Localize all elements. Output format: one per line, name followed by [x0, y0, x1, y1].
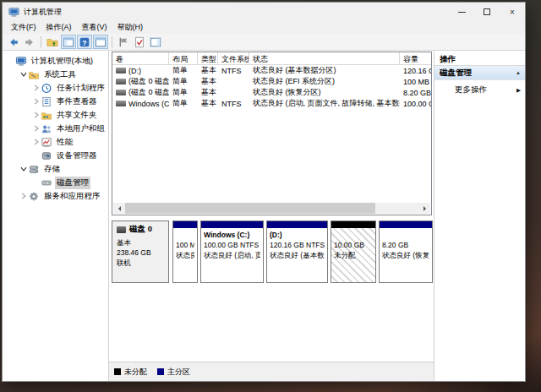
tree-item-shared-folders[interactable]: 共享文件夹	[3, 108, 108, 122]
cell-vol: Windows (C:)	[112, 100, 169, 108]
console-tree-icon[interactable]	[61, 35, 76, 49]
tree-item-performance[interactable]: 性能	[3, 135, 108, 149]
partition-type-bar	[331, 221, 375, 228]
cell-fs: NTFS	[218, 100, 249, 108]
tree-item-device-manager[interactable]: 设备管理器	[3, 149, 108, 162]
cell-capacity: 120.16 GB	[400, 67, 432, 75]
partition-body: 10.00 GB未分配	[331, 228, 375, 262]
tree-expander-expanded-icon[interactable]	[19, 166, 28, 172]
volume-list-header: 卷布局类型文件系统状态容量	[112, 52, 431, 65]
column-header-vol[interactable]: 卷	[112, 52, 169, 64]
tree-expander-collapsed-icon[interactable]	[31, 84, 41, 91]
disk-graphical-view: 磁盘 0 基本 238.46 GB 联机 100 MB状态良好 (EFI 系统分…	[109, 215, 434, 362]
tree-expander-collapsed-icon[interactable]	[19, 193, 28, 199]
partition-status: 未分配	[334, 250, 373, 260]
partition-status: 状态良好 (EFI 系统分区)	[176, 250, 194, 260]
tree-item-label: 任务计划程序	[55, 82, 107, 95]
more-actions-item[interactable]: 更多操作 ▶	[434, 83, 525, 97]
cell-status: 状态良好 (基本数据分区)	[249, 65, 400, 76]
cell-layout: 简单	[169, 76, 198, 87]
disk-0-size: 238.46 GB	[117, 248, 168, 258]
maximize-button[interactable]	[474, 3, 500, 21]
menu-item-2[interactable]: 查看(V)	[77, 22, 112, 33]
actions-panel: 操作 磁盘管理 ▲ 更多操作 ▶	[434, 51, 525, 381]
horizontal-scrollbar[interactable]	[113, 203, 430, 214]
performance-icon	[41, 137, 52, 148]
tree-item-task-scheduler[interactable]: 任务计划程序	[3, 81, 108, 95]
partition-size: 8.20 GB	[382, 240, 429, 250]
collapse-icon[interactable]: ▲	[516, 70, 521, 75]
volume-row[interactable]: (D:)简单基本NTFS状态良好 (基本数据分区)120.16 GB	[112, 65, 431, 76]
tree-item-disk-management[interactable]: 磁盘管理	[3, 176, 108, 189]
partition-windowsc[interactable]: Windows (C:)100.00 GB NTFS状态良好 (启动, 页面文件…	[200, 220, 264, 283]
tree-expander-expanded-icon[interactable]	[19, 71, 28, 78]
column-header-status[interactable]: 状态	[249, 52, 400, 64]
column-header-capacity[interactable]: 容量	[400, 52, 432, 64]
window-title: 计算机管理	[24, 7, 62, 18]
partition-size: 120.16 GB NTFS	[270, 240, 325, 250]
column-header-type[interactable]: 类型	[198, 52, 218, 64]
menu-item-0[interactable]: 文件(F)	[6, 22, 41, 33]
tree-item-system-tools[interactable]: 系统工具	[3, 68, 108, 81]
close-button[interactable]: ×	[500, 3, 525, 21]
tree-expander-collapsed-icon[interactable]	[31, 112, 41, 118]
partition-block-0[interactable]: 100 MB状态良好 (EFI 系统分区)	[172, 220, 198, 283]
cell-type: 基本	[198, 98, 218, 109]
partition-block-4[interactable]: 8.20 GB状态良好 (恢复分区)	[379, 220, 433, 283]
column-header-fs[interactable]: 文件系统	[218, 52, 249, 64]
back-icon[interactable]	[6, 35, 21, 49]
tree-expander-collapsed-icon[interactable]	[31, 139, 41, 145]
tree-item-label: 存储	[42, 163, 62, 176]
tree-item-services[interactable]: 服务和应用程序	[3, 189, 108, 203]
toolbar: ?	[3, 34, 525, 51]
tree-item-computer[interactable]: 计算机管理(本地)	[3, 54, 108, 68]
properties-icon[interactable]	[132, 35, 147, 49]
forward-icon[interactable]	[22, 35, 37, 49]
tree-item-event-viewer[interactable]: 事件查看器	[3, 95, 108, 108]
cell-capacity: 8.20 GB	[400, 89, 432, 97]
cell-type: 基本	[198, 87, 218, 98]
scrollbar-thumb[interactable]	[125, 203, 375, 214]
tree-expander-collapsed-icon[interactable]	[31, 125, 41, 132]
volume-row[interactable]: (磁盘 0 磁盘分区 5)简单基本状态良好 (恢复分区)8.20 GB	[112, 87, 431, 98]
action-pane-icon[interactable]	[116, 35, 131, 49]
legend-swatch	[157, 368, 164, 375]
show-window-icon[interactable]	[93, 35, 108, 49]
cell-layout: 简单	[169, 98, 198, 109]
volume-icon	[116, 68, 126, 74]
tree-expander-collapsed-icon[interactable]	[31, 98, 41, 105]
tree-item-label: 共享文件夹	[55, 109, 99, 122]
partition-unallocated[interactable]: 10.00 GB未分配	[331, 220, 376, 283]
services-icon	[28, 191, 40, 202]
cell-status: 状态良好 (恢复分区)	[249, 87, 400, 98]
partition-status: 状态良好 (恢复分区)	[382, 250, 429, 260]
up-level-icon[interactable]	[45, 35, 60, 49]
partition-name: (D:)	[270, 230, 325, 240]
disk-0-info-box[interactable]: 磁盘 0 基本 238.46 GB 联机	[112, 220, 169, 283]
cell-capacity: 100 MB	[400, 78, 432, 86]
help-icon[interactable]: ?	[77, 35, 92, 49]
actions-section-disk-management[interactable]: 磁盘管理 ▲	[434, 66, 525, 80]
partition-name	[382, 230, 429, 240]
disk-0-status: 联机	[117, 258, 168, 268]
volume-list-rows: (D:)简单基本NTFS状态良好 (基本数据分区)120.16 GB(磁盘 0 …	[112, 65, 431, 109]
partition-d[interactable]: (D:)120.16 GB NTFS状态良好 (基本数据分区)	[266, 220, 328, 283]
disk-icon	[117, 226, 126, 233]
menu-item-1[interactable]: 操作(A)	[41, 22, 77, 33]
help-panel-icon[interactable]	[148, 35, 163, 49]
tree-item-storage[interactable]: 存储	[3, 162, 108, 176]
tree-item-local-users[interactable]: 本地用户和组	[3, 122, 108, 135]
cell-type: 基本	[198, 76, 218, 87]
disk-0-name: 磁盘 0	[117, 224, 168, 235]
scroll-right-icon[interactable]	[419, 203, 430, 214]
volume-row[interactable]: (磁盘 0 磁盘分区 1)简单基本状态良好 (EFI 系统分区)100 MB	[112, 76, 431, 87]
window-controls: ×	[449, 3, 525, 21]
submenu-arrow-icon: ▶	[516, 87, 521, 94]
menu-item-3[interactable]: 帮助(H)	[112, 22, 149, 33]
minimize-button[interactable]	[449, 3, 474, 21]
column-header-layout[interactable]: 布局	[169, 52, 198, 64]
partition-size: 100 MB	[176, 240, 194, 250]
volume-row[interactable]: Windows (C:)简单基本NTFS状态良好 (启动, 页面文件, 故障转储…	[112, 98, 431, 109]
scroll-left-icon[interactable]	[113, 203, 124, 214]
partition-body: Windows (C:)100.00 GB NTFS状态良好 (启动, 页面文件…	[201, 228, 263, 262]
